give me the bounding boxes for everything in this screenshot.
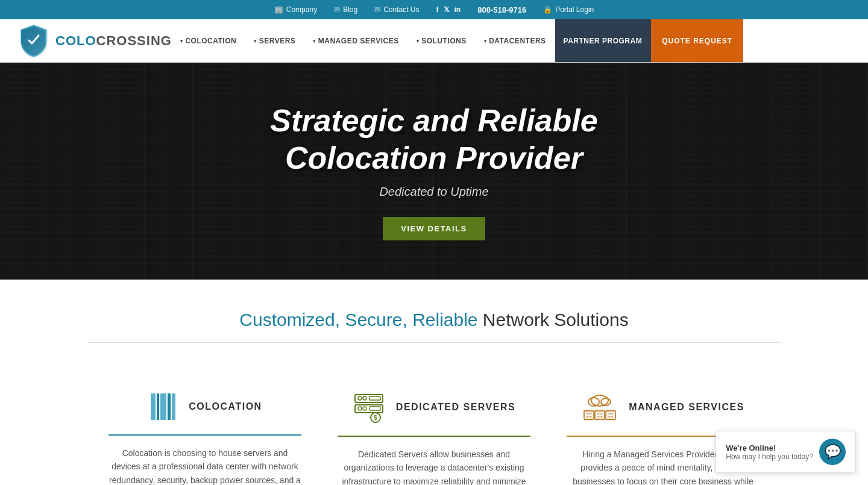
svg-point-7 bbox=[363, 396, 366, 400]
company-link[interactable]: 🏢 Company bbox=[274, 5, 317, 14]
nav-item-colocation[interactable]: ▾ COLOCATION bbox=[172, 19, 245, 62]
service-desc-servers: Dedicated Servers allow businesses and o… bbox=[338, 448, 530, 485]
facebook-link[interactable]: f bbox=[436, 5, 439, 14]
svg-rect-1 bbox=[157, 393, 159, 420]
hero-section: Strategic and Reliable Colocation Provid… bbox=[0, 63, 868, 280]
hero-subtitle: Dedicated to Uptime bbox=[270, 185, 597, 199]
chat-icon: 💬 bbox=[825, 444, 841, 460]
service-title-managed: MANAGED SERVICES bbox=[629, 402, 744, 413]
nav-item-solutions[interactable]: ▾ SOLUTIONS bbox=[408, 19, 476, 62]
nav-label-colocation: COLOCATION bbox=[185, 37, 236, 45]
view-details-button[interactable]: VIEW DETAILS bbox=[383, 217, 485, 240]
phone-number: 800-518-9716 bbox=[477, 5, 526, 14]
hero-title-line1: Strategic and Reliable bbox=[270, 103, 597, 138]
service-icon-area-colocation: COLOCATION bbox=[108, 391, 301, 422]
svg-point-10 bbox=[358, 407, 362, 410]
colocation-icon bbox=[148, 391, 178, 422]
navigation: COLOCROSSING ▾ COLOCATION ▾ SERVERS ▾ MA… bbox=[0, 19, 868, 63]
svg-rect-9 bbox=[355, 405, 383, 413]
contact-link[interactable]: ✉ Contact Us bbox=[374, 5, 419, 14]
service-underline-colocation bbox=[108, 434, 301, 436]
logo-shield-icon bbox=[18, 23, 49, 58]
linkedin-link[interactable]: in bbox=[454, 5, 461, 14]
tagline-rest: Network Solutions bbox=[478, 310, 629, 330]
chat-widget[interactable]: We're Online! How may I help you today? … bbox=[715, 431, 856, 473]
contact-label: Contact Us bbox=[383, 5, 419, 14]
nav-item-managed-services[interactable]: ▾ MANAGED SERVICES bbox=[304, 19, 407, 62]
blog-link[interactable]: ✉ Blog bbox=[334, 5, 357, 14]
chat-subtitle: How may I help you today? bbox=[726, 452, 813, 461]
chevron-down-icon: ▾ bbox=[254, 39, 257, 44]
svg-rect-22 bbox=[597, 413, 603, 415]
top-bar: 🏢 Company ✉ Blog ✉ Contact Us f 𝕏 in 800… bbox=[0, 0, 868, 19]
hero-title-line2: Colocation Provider bbox=[285, 140, 583, 175]
tagline-highlight: Customized, Secure, Reliable bbox=[239, 310, 477, 330]
service-card-dedicated-servers: $ DEDICATED SERVERS Dedicated Servers al… bbox=[319, 379, 549, 485]
company-label: Company bbox=[286, 5, 317, 14]
managed-services-icon bbox=[582, 391, 618, 424]
svg-point-15 bbox=[591, 395, 608, 406]
svg-rect-0 bbox=[151, 393, 156, 420]
nav-item-servers[interactable]: ▾ SERVERS bbox=[245, 19, 304, 62]
svg-point-11 bbox=[363, 407, 366, 410]
chevron-down-icon: ▾ bbox=[484, 39, 487, 44]
servers-icon: $ bbox=[353, 391, 385, 424]
nav-links: ▾ COLOCATION ▾ SERVERS ▾ MANAGED SERVICE… bbox=[172, 19, 868, 62]
chat-title: We're Online! bbox=[726, 443, 813, 452]
service-icon-area-managed: MANAGED SERVICES bbox=[567, 391, 760, 424]
nav-label-servers: SERVERS bbox=[259, 37, 296, 45]
svg-rect-24 bbox=[606, 411, 615, 419]
blog-icon: ✉ bbox=[334, 5, 340, 14]
svg-rect-20 bbox=[586, 416, 592, 418]
twitter-link[interactable]: 𝕏 bbox=[444, 5, 450, 14]
service-underline-servers bbox=[338, 436, 530, 437]
service-desc-colocation: Colocation is choosing to house servers … bbox=[108, 446, 301, 485]
quote-request-label: QUOTE REQUEST bbox=[662, 37, 732, 45]
svg-rect-18 bbox=[584, 411, 594, 419]
nav-label-datacenters: DATACENTERS bbox=[489, 37, 546, 45]
service-card-colocation: COLOCATION Colocation is choosing to hou… bbox=[90, 379, 319, 485]
portal-label: Portal Login bbox=[555, 5, 594, 14]
service-title-servers: DEDICATED SERVERS bbox=[396, 402, 515, 413]
svg-text:$: $ bbox=[374, 415, 377, 421]
service-title-colocation: COLOCATION bbox=[189, 401, 262, 412]
svg-rect-19 bbox=[586, 413, 592, 415]
hero-content: Strategic and Reliable Colocation Provid… bbox=[270, 102, 597, 241]
svg-rect-25 bbox=[608, 413, 614, 415]
quote-request-button[interactable]: QUOTE REQUEST bbox=[651, 19, 743, 62]
svg-point-6 bbox=[358, 396, 362, 400]
logo-area[interactable]: COLOCROSSING bbox=[0, 23, 172, 58]
logo-text: COLOCROSSING bbox=[55, 33, 172, 49]
nav-item-datacenters[interactable]: ▾ DATACENTERS bbox=[476, 19, 555, 62]
blog-label: Blog bbox=[343, 5, 357, 14]
svg-rect-4 bbox=[172, 393, 175, 420]
section-divider bbox=[87, 342, 781, 343]
svg-rect-21 bbox=[595, 411, 605, 419]
chevron-down-icon: ▾ bbox=[417, 39, 420, 44]
building-icon: 🏢 bbox=[274, 5, 283, 14]
chevron-down-icon: ▾ bbox=[313, 39, 316, 44]
contact-icon: ✉ bbox=[374, 5, 380, 14]
nav-label-partner-program: PARTNER PROGRAM bbox=[564, 37, 643, 45]
svg-rect-3 bbox=[168, 393, 171, 420]
service-icon-area-servers: $ DEDICATED SERVERS bbox=[338, 391, 530, 424]
nav-label-managed-services: MANAGED SERVICES bbox=[318, 37, 399, 45]
chat-text: We're Online! How may I help you today? bbox=[726, 443, 813, 461]
tagline-section: Customized, Secure, Reliable Network Sol… bbox=[0, 280, 868, 343]
chevron-down-icon: ▾ bbox=[180, 39, 183, 44]
nav-label-solutions: SOLUTIONS bbox=[421, 37, 467, 45]
social-icons: f 𝕏 in bbox=[436, 5, 461, 14]
svg-rect-23 bbox=[597, 416, 603, 418]
nav-item-partner-program[interactable]: PARTNER PROGRAM bbox=[555, 19, 652, 62]
chat-button[interactable]: 💬 bbox=[819, 439, 846, 465]
svg-rect-5 bbox=[355, 395, 383, 402]
hero-title: Strategic and Reliable Colocation Provid… bbox=[270, 102, 597, 177]
svg-rect-2 bbox=[160, 393, 166, 420]
portal-login-link[interactable]: 🔒 Portal Login bbox=[543, 5, 594, 14]
section-tagline: Customized, Secure, Reliable Network Sol… bbox=[0, 280, 868, 342]
svg-rect-26 bbox=[608, 416, 614, 418]
svg-rect-8 bbox=[370, 396, 380, 400]
svg-rect-12 bbox=[370, 407, 380, 410]
lock-icon: 🔒 bbox=[543, 5, 552, 14]
